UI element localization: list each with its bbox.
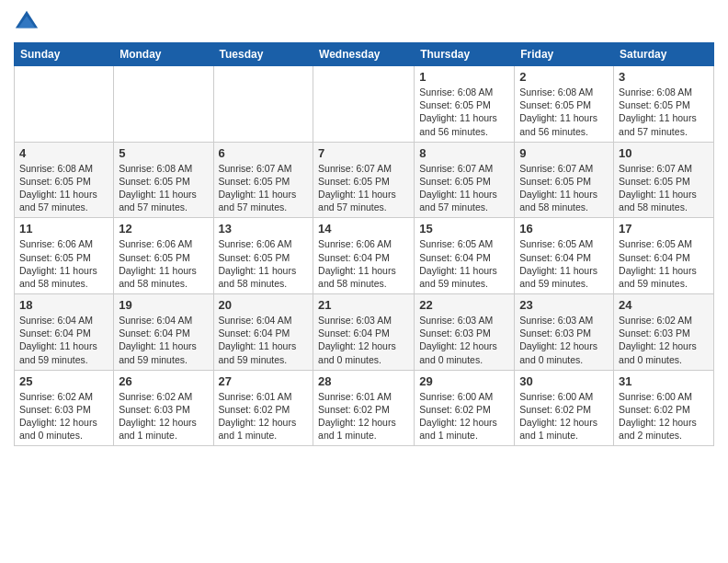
day-number: 9 [519, 146, 609, 160]
weekday-header-thursday: Thursday [415, 43, 515, 66]
cell-inner: 25Sunrise: 6:02 AM Sunset: 6:03 PM Dayli… [19, 374, 108, 442]
day-info: Sunrise: 6:05 AM Sunset: 6:04 PM Dayligh… [519, 237, 609, 290]
cell-inner: 13Sunrise: 6:06 AM Sunset: 6:05 PM Dayli… [219, 222, 309, 290]
calendar-cell: 18Sunrise: 6:04 AM Sunset: 6:04 PM Dayli… [15, 294, 114, 371]
day-info: Sunrise: 6:06 AM Sunset: 6:04 PM Dayligh… [318, 237, 409, 290]
day-number: 20 [219, 298, 309, 312]
cell-inner: 5Sunrise: 6:08 AM Sunset: 6:05 PM Daylig… [119, 146, 208, 214]
weekday-header-tuesday: Tuesday [213, 43, 313, 66]
calendar-week-row: 4Sunrise: 6:08 AM Sunset: 6:05 PM Daylig… [15, 142, 714, 218]
day-info: Sunrise: 6:03 AM Sunset: 6:04 PM Dayligh… [318, 314, 409, 366]
cell-inner: 30Sunrise: 6:00 AM Sunset: 6:02 PM Dayli… [519, 374, 609, 442]
day-number: 19 [119, 298, 208, 312]
day-number: 5 [119, 146, 208, 160]
day-info: Sunrise: 6:01 AM Sunset: 6:02 PM Dayligh… [318, 390, 409, 442]
weekday-header-monday: Monday [114, 43, 213, 66]
calendar-cell: 23Sunrise: 6:03 AM Sunset: 6:03 PM Dayli… [515, 294, 614, 371]
day-info: Sunrise: 6:06 AM Sunset: 6:05 PM Dayligh… [19, 237, 108, 290]
cell-inner: 3Sunrise: 6:08 AM Sunset: 6:05 PM Daylig… [619, 70, 709, 138]
calendar-cell: 4Sunrise: 6:08 AM Sunset: 6:05 PM Daylig… [15, 142, 114, 218]
calendar-cell: 7Sunrise: 6:07 AM Sunset: 6:05 PM Daylig… [313, 142, 415, 218]
calendar-cell: 25Sunrise: 6:02 AM Sunset: 6:03 PM Dayli… [15, 370, 114, 446]
day-number: 3 [619, 70, 709, 84]
cell-inner: 31Sunrise: 6:00 AM Sunset: 6:02 PM Dayli… [619, 374, 709, 442]
day-info: Sunrise: 6:05 AM Sunset: 6:04 PM Dayligh… [419, 237, 509, 290]
calendar-cell: 20Sunrise: 6:04 AM Sunset: 6:04 PM Dayli… [213, 294, 313, 371]
day-number: 25 [19, 374, 108, 388]
calendar-cell: 2Sunrise: 6:08 AM Sunset: 6:05 PM Daylig… [515, 66, 614, 143]
weekday-header-sunday: Sunday [15, 43, 114, 66]
calendar-cell: 16Sunrise: 6:05 AM Sunset: 6:04 PM Dayli… [515, 218, 614, 294]
day-info: Sunrise: 6:06 AM Sunset: 6:05 PM Dayligh… [219, 237, 309, 290]
cell-inner: 15Sunrise: 6:05 AM Sunset: 6:04 PM Dayli… [419, 222, 509, 290]
day-number: 31 [619, 374, 709, 388]
day-number: 7 [318, 146, 409, 160]
cell-inner: 9Sunrise: 6:07 AM Sunset: 6:05 PM Daylig… [519, 146, 609, 214]
day-number: 22 [419, 298, 509, 312]
cell-inner: 17Sunrise: 6:05 AM Sunset: 6:04 PM Dayli… [619, 222, 709, 290]
weekday-header-saturday: Saturday [614, 43, 714, 66]
calendar-cell: 5Sunrise: 6:08 AM Sunset: 6:05 PM Daylig… [114, 142, 213, 218]
day-number: 28 [318, 374, 409, 388]
cell-inner: 1Sunrise: 6:08 AM Sunset: 6:05 PM Daylig… [419, 70, 509, 138]
calendar-week-row: 25Sunrise: 6:02 AM Sunset: 6:03 PM Dayli… [15, 370, 714, 446]
cell-inner: 6Sunrise: 6:07 AM Sunset: 6:05 PM Daylig… [219, 146, 309, 214]
day-info: Sunrise: 6:08 AM Sunset: 6:05 PM Dayligh… [119, 162, 208, 214]
weekday-header-friday: Friday [515, 43, 614, 66]
logo-icon [14, 9, 40, 35]
day-info: Sunrise: 6:03 AM Sunset: 6:03 PM Dayligh… [419, 314, 509, 366]
cell-inner: 26Sunrise: 6:02 AM Sunset: 6:03 PM Dayli… [119, 374, 208, 442]
cell-inner: 20Sunrise: 6:04 AM Sunset: 6:04 PM Dayli… [219, 298, 309, 366]
calendar-cell: 29Sunrise: 6:00 AM Sunset: 6:02 PM Dayli… [415, 370, 515, 446]
cell-inner: 7Sunrise: 6:07 AM Sunset: 6:05 PM Daylig… [318, 146, 409, 214]
calendar-cell: 27Sunrise: 6:01 AM Sunset: 6:02 PM Dayli… [213, 370, 313, 446]
cell-inner: 10Sunrise: 6:07 AM Sunset: 6:05 PM Dayli… [619, 146, 709, 214]
calendar-table: SundayMondayTuesdayWednesdayThursdayFrid… [14, 42, 714, 446]
day-info: Sunrise: 6:01 AM Sunset: 6:02 PM Dayligh… [219, 390, 309, 442]
calendar-cell: 19Sunrise: 6:04 AM Sunset: 6:04 PM Dayli… [114, 294, 213, 371]
day-number: 12 [119, 222, 208, 236]
calendar-cell [313, 66, 415, 143]
cell-inner: 14Sunrise: 6:06 AM Sunset: 6:04 PM Dayli… [318, 222, 409, 290]
calendar-cell: 24Sunrise: 6:02 AM Sunset: 6:03 PM Dayli… [614, 294, 714, 371]
day-number: 13 [219, 222, 309, 236]
day-number: 8 [419, 146, 509, 160]
calendar-cell: 11Sunrise: 6:06 AM Sunset: 6:05 PM Dayli… [15, 218, 114, 294]
day-info: Sunrise: 6:04 AM Sunset: 6:04 PM Dayligh… [219, 314, 309, 366]
cell-inner: 19Sunrise: 6:04 AM Sunset: 6:04 PM Dayli… [119, 298, 208, 366]
calendar-cell: 12Sunrise: 6:06 AM Sunset: 6:05 PM Dayli… [114, 218, 213, 294]
cell-inner: 27Sunrise: 6:01 AM Sunset: 6:02 PM Dayli… [219, 374, 309, 442]
cell-inner: 28Sunrise: 6:01 AM Sunset: 6:02 PM Dayli… [318, 374, 409, 442]
cell-inner: 16Sunrise: 6:05 AM Sunset: 6:04 PM Dayli… [519, 222, 609, 290]
day-number: 23 [519, 298, 609, 312]
day-info: Sunrise: 6:03 AM Sunset: 6:03 PM Dayligh… [519, 314, 609, 366]
calendar-cell: 26Sunrise: 6:02 AM Sunset: 6:03 PM Dayli… [114, 370, 213, 446]
day-number: 24 [619, 298, 709, 312]
day-number: 16 [519, 222, 609, 236]
calendar-cell [114, 66, 213, 143]
day-info: Sunrise: 6:02 AM Sunset: 6:03 PM Dayligh… [619, 314, 709, 366]
day-info: Sunrise: 6:00 AM Sunset: 6:02 PM Dayligh… [619, 390, 709, 442]
day-info: Sunrise: 6:04 AM Sunset: 6:04 PM Dayligh… [19, 314, 108, 366]
calendar-cell: 15Sunrise: 6:05 AM Sunset: 6:04 PM Dayli… [415, 218, 515, 294]
day-number: 18 [19, 298, 108, 312]
cell-inner: 11Sunrise: 6:06 AM Sunset: 6:05 PM Dayli… [19, 222, 108, 290]
day-info: Sunrise: 6:00 AM Sunset: 6:02 PM Dayligh… [419, 390, 509, 442]
calendar-cell: 31Sunrise: 6:00 AM Sunset: 6:02 PM Dayli… [614, 370, 714, 446]
calendar-cell: 17Sunrise: 6:05 AM Sunset: 6:04 PM Dayli… [614, 218, 714, 294]
logo [14, 9, 43, 35]
day-info: Sunrise: 6:02 AM Sunset: 6:03 PM Dayligh… [119, 390, 208, 442]
weekday-header-wednesday: Wednesday [313, 43, 415, 66]
cell-inner: 12Sunrise: 6:06 AM Sunset: 6:05 PM Dayli… [119, 222, 208, 290]
day-info: Sunrise: 6:02 AM Sunset: 6:03 PM Dayligh… [19, 390, 108, 442]
day-info: Sunrise: 6:08 AM Sunset: 6:05 PM Dayligh… [519, 86, 609, 138]
calendar-cell: 22Sunrise: 6:03 AM Sunset: 6:03 PM Dayli… [415, 294, 515, 371]
day-info: Sunrise: 6:08 AM Sunset: 6:05 PM Dayligh… [419, 86, 509, 138]
day-number: 10 [619, 146, 709, 160]
calendar-cell: 14Sunrise: 6:06 AM Sunset: 6:04 PM Dayli… [313, 218, 415, 294]
calendar-cell [15, 66, 114, 143]
day-info: Sunrise: 6:08 AM Sunset: 6:05 PM Dayligh… [19, 162, 108, 214]
cell-inner: 21Sunrise: 6:03 AM Sunset: 6:04 PM Dayli… [318, 298, 409, 366]
calendar-cell: 9Sunrise: 6:07 AM Sunset: 6:05 PM Daylig… [515, 142, 614, 218]
day-info: Sunrise: 6:00 AM Sunset: 6:02 PM Dayligh… [519, 390, 609, 442]
